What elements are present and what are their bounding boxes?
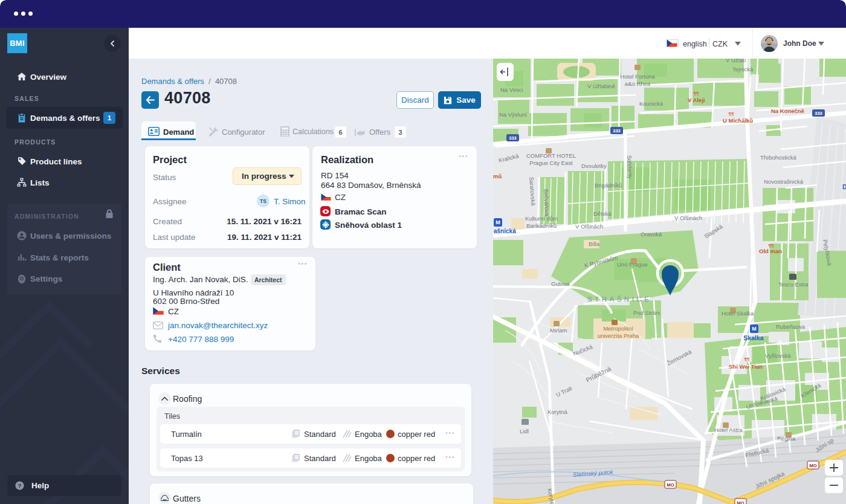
- svg-text:Hotel Astra: Hotel Astra: [714, 427, 743, 433]
- svg-text:M: M: [752, 326, 757, 332]
- svg-text:mů: mů: [493, 173, 502, 179]
- svg-text:333: 333: [509, 135, 517, 141]
- svg-text:COMFORT HOTEL: COMFORT HOTEL: [526, 152, 576, 159]
- svg-text:Gutova: Gutova: [551, 280, 570, 287]
- svg-text:Novostrašnická: Novostrašnická: [764, 178, 804, 185]
- svg-text:Hotel Fortuna: Hotel Fortuna: [620, 73, 655, 80]
- svg-text:Na Vinici: Na Vinici: [500, 86, 523, 93]
- svg-text:Lidl: Lidl: [520, 428, 529, 435]
- svg-text:Tesco Extra: Tesco Extra: [778, 281, 809, 288]
- svg-text:Barikádníků: Barikádníků: [526, 222, 557, 229]
- svg-text:STRAŠNICE: STRAŠNICE: [587, 296, 651, 303]
- svg-text:Oravská: Oravská: [641, 231, 662, 237]
- svg-text:Hotel Skalka: Hotel Skalka: [722, 310, 754, 317]
- svg-text:Kounická: Kounická: [639, 100, 664, 107]
- svg-text:Uno Prague: Uno Prague: [617, 261, 648, 268]
- svg-text:V Aleji: V Aleji: [688, 97, 705, 103]
- svg-text:Shi Wei Tian: Shi Wei Tian: [729, 363, 763, 370]
- svg-text:Třebohostická: Třebohostická: [760, 154, 796, 161]
- svg-text:MO: MO: [667, 482, 674, 488]
- svg-text:ašnická: ašnická: [494, 228, 516, 234]
- svg-text:Miriam: Miriam: [550, 327, 567, 334]
- svg-text:Solidarity: Solidarity: [626, 155, 633, 179]
- svg-text:Old man: Old man: [759, 248, 782, 254]
- svg-text:V Úžlabině: V Úžlabině: [587, 83, 615, 89]
- svg-text:U Michálků: U Michálků: [723, 117, 753, 124]
- svg-text:Na Výsluní: Na Výsluní: [499, 111, 527, 118]
- svg-text:333: 333: [613, 128, 621, 134]
- svg-text:Tejnická: Tejnická: [732, 66, 754, 73]
- svg-text:univerzita Praha: univerzita Praha: [598, 332, 639, 339]
- svg-text:Dvouletky: Dvouletky: [581, 163, 607, 169]
- svg-text:Kulturní dům: Kulturní dům: [525, 215, 558, 222]
- svg-text:?: ?: [18, 482, 22, 489]
- svg-text:Na Konečně: Na Konečně: [771, 108, 804, 114]
- svg-text:Vyžlovská: Vyžlovská: [765, 352, 791, 359]
- svg-text:V Olšinách: V Olšinách: [674, 215, 702, 221]
- svg-text:Metropolitní: Metropolitní: [603, 325, 633, 332]
- svg-text:V Olšinách: V Olšinách: [575, 223, 603, 230]
- svg-text:Prague City East: Prague City East: [529, 160, 573, 166]
- svg-text:Dětská: Dětská: [593, 210, 612, 217]
- svg-text:Regina: Regina: [777, 435, 796, 442]
- svg-text:Rubeňsova: Rubeňsova: [776, 323, 806, 330]
- svg-text:M: M: [496, 219, 500, 225]
- svg-text:MO: MO: [809, 463, 816, 468]
- svg-text:Skalka: Skalka: [743, 334, 763, 341]
- svg-text:Bečvářova: Bečvářova: [543, 189, 551, 217]
- svg-text:¶¶: ¶¶: [744, 357, 750, 362]
- svg-text:Korytná: Korytná: [547, 409, 567, 415]
- svg-text:D: D: [842, 184, 846, 190]
- svg-text:333: 333: [815, 111, 822, 116]
- svg-text:V Užlab: V Užlab: [726, 59, 746, 63]
- svg-text:Pod Stráni: Pod Stráni: [633, 309, 660, 316]
- svg-text:¶¶: ¶¶: [729, 111, 734, 117]
- svg-text:MO: MO: [737, 500, 744, 504]
- svg-text:a&o Rhea: a&o Rhea: [625, 80, 651, 87]
- svg-text:Billa: Billa: [589, 241, 600, 247]
- svg-text:¶¶: ¶¶: [694, 91, 699, 96]
- svg-text:Brigádníků: Brigádníků: [595, 182, 622, 189]
